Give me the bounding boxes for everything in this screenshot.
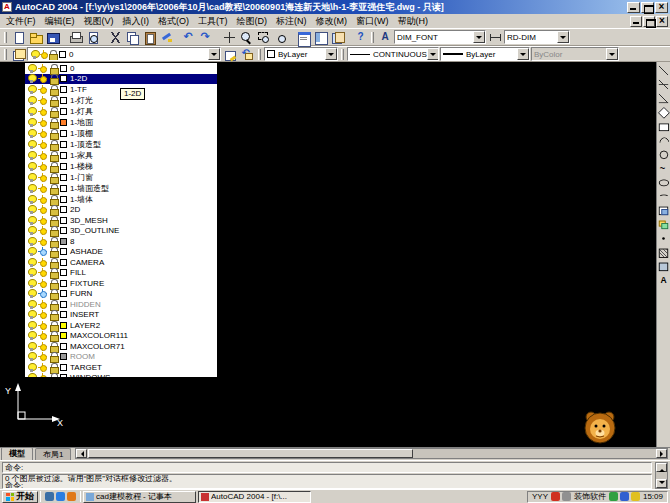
command-scrollbar[interactable] — [655, 462, 668, 489]
chevron-down-icon[interactable] — [208, 48, 220, 60]
tray-blue-icon[interactable] — [620, 492, 629, 501]
layer-row[interactable]: 0 — [25, 63, 217, 74]
layer-color-swatch[interactable] — [60, 248, 67, 255]
toolbar-grip[interactable] — [371, 32, 374, 43]
document-restore-button[interactable] — [643, 16, 655, 27]
cut-icon[interactable] — [107, 30, 123, 45]
layer-on-icon[interactable] — [27, 118, 36, 127]
scroll-left-icon[interactable] — [76, 449, 87, 458]
layer-on-icon[interactable] — [27, 300, 36, 309]
layer-color-swatch[interactable] — [60, 269, 67, 276]
layer-on-icon[interactable] — [27, 96, 36, 105]
linetype-combo[interactable]: CONTINUOUS — [347, 47, 439, 61]
layer-lock-icon[interactable] — [49, 107, 58, 116]
layer-color-swatch[interactable] — [60, 290, 67, 297]
drawing-area[interactable]: 01-2D1-TF1-灯光1-灯具1-地面1-顶棚1-顶造型1-家具1-楼梯1-… — [0, 62, 670, 447]
layer-freeze-icon[interactable] — [38, 289, 47, 298]
layer-color-swatch[interactable] — [60, 130, 67, 137]
layer-combo[interactable]: 0 — [27, 47, 221, 61]
arc-icon[interactable] — [658, 135, 669, 145]
minimize-button[interactable] — [627, 2, 640, 13]
layer-row[interactable]: INSERT — [25, 310, 217, 321]
layer-lock-icon[interactable] — [49, 321, 58, 330]
start-button[interactable]: 开始 — [2, 491, 38, 503]
plot-icon[interactable] — [67, 30, 83, 45]
tray-red-icon[interactable] — [551, 492, 560, 501]
layer-lock-icon[interactable] — [49, 64, 58, 73]
horizontal-scrollbar[interactable] — [75, 448, 668, 459]
undo-icon[interactable] — [181, 30, 197, 45]
layer-row[interactable]: HIDDEN — [25, 299, 217, 310]
menu-item[interactable]: 标注(N) — [272, 14, 311, 29]
layer-freeze-icon[interactable] — [38, 140, 47, 149]
layer-lock-icon[interactable] — [49, 118, 58, 127]
chevron-down-icon[interactable] — [473, 31, 485, 43]
layer-freeze-icon[interactable] — [38, 321, 47, 330]
toolbar-grip[interactable] — [4, 49, 7, 60]
layer-color-swatch[interactable] — [60, 259, 67, 266]
layer-row[interactable]: 2D — [25, 205, 217, 216]
layer-row[interactable]: 1-顶棚 — [25, 128, 217, 139]
layer-row[interactable]: TARGET — [25, 362, 217, 373]
command-input[interactable]: 0 个图层被过滤。请用“图层”对话框修改过滤器。 命令: — [2, 474, 652, 489]
toolbar-grip[interactable] — [4, 32, 7, 43]
dim-style-icon[interactable] — [487, 30, 503, 45]
point-icon[interactable] — [658, 233, 669, 243]
layer-color-swatch[interactable] — [60, 364, 67, 371]
layer-on-icon[interactable] — [27, 151, 36, 160]
layer-lock-icon[interactable] — [49, 310, 58, 319]
chevron-down-icon[interactable] — [325, 48, 337, 60]
text-style-icon[interactable] — [377, 30, 393, 45]
layer-freeze-icon[interactable] — [38, 373, 47, 378]
taskbar-task-button[interactable]: cad建模教程 - 记事本 — [83, 491, 196, 503]
layer-lock-icon[interactable] — [49, 342, 58, 351]
layer-row[interactable]: FIXTURE — [25, 278, 217, 289]
layer-row[interactable]: 3D_OUTLINE — [25, 226, 217, 237]
maximize-button[interactable] — [641, 2, 654, 13]
menu-item[interactable]: 绘图(D) — [233, 14, 272, 29]
layer-lock-icon[interactable] — [49, 300, 58, 309]
layer-color-swatch[interactable] — [60, 141, 67, 148]
layer-on-icon[interactable] — [27, 184, 36, 193]
layer-on-icon[interactable] — [27, 331, 36, 340]
menu-item[interactable]: 编辑(E) — [41, 14, 79, 29]
layer-properties-manager-icon[interactable] — [10, 47, 26, 62]
plot-preview-icon[interactable] — [84, 30, 100, 45]
layer-row[interactable]: ASHADE — [25, 247, 217, 258]
layer-lock-icon[interactable] — [49, 289, 58, 298]
layer-freeze-icon[interactable] — [38, 151, 47, 160]
layer-on-icon[interactable] — [27, 173, 36, 182]
layer-on-icon[interactable] — [27, 247, 36, 256]
make-object-layer-current-icon[interactable] — [222, 47, 238, 62]
layer-freeze-icon[interactable] — [38, 205, 47, 214]
layer-lock-icon[interactable] — [49, 129, 58, 138]
zoom-previous-icon[interactable] — [272, 30, 288, 45]
layer-freeze-icon[interactable] — [38, 74, 47, 83]
scroll-right-icon[interactable] — [656, 449, 667, 458]
layer-on-icon[interactable] — [27, 342, 36, 351]
layer-freeze-icon[interactable] — [38, 118, 47, 127]
layout-tab[interactable]: 布局1 — [35, 448, 71, 460]
chevron-down-icon[interactable] — [517, 48, 529, 60]
layer-color-swatch[interactable] — [60, 174, 67, 181]
layer-on-icon[interactable] — [27, 74, 36, 83]
layer-row[interactable]: LAYER2 — [25, 320, 217, 331]
layer-row[interactable]: 1-灯具 — [25, 106, 217, 117]
layer-row[interactable]: ROOM — [25, 352, 217, 363]
layer-lock-icon[interactable] — [49, 96, 58, 105]
layer-freeze-icon[interactable] — [38, 85, 47, 94]
layer-row[interactable]: 1-顶造型 — [25, 139, 217, 150]
menu-item[interactable]: 工具(T) — [194, 14, 232, 29]
color-combo[interactable]: ByLayer — [264, 47, 338, 61]
tool-palettes-icon[interactable] — [329, 30, 345, 45]
layer-lock-icon[interactable] — [49, 162, 58, 171]
properties-icon[interactable] — [295, 30, 311, 45]
layer-lock-icon[interactable] — [49, 74, 58, 83]
scroll-down-icon[interactable] — [656, 479, 667, 488]
close-button[interactable] — [655, 2, 668, 13]
layer-color-swatch[interactable] — [60, 97, 67, 104]
layer-freeze-icon[interactable] — [38, 216, 47, 225]
layer-color-swatch[interactable] — [60, 353, 67, 360]
zoom-window-icon[interactable] — [255, 30, 271, 45]
layer-lock-icon[interactable] — [49, 151, 58, 160]
